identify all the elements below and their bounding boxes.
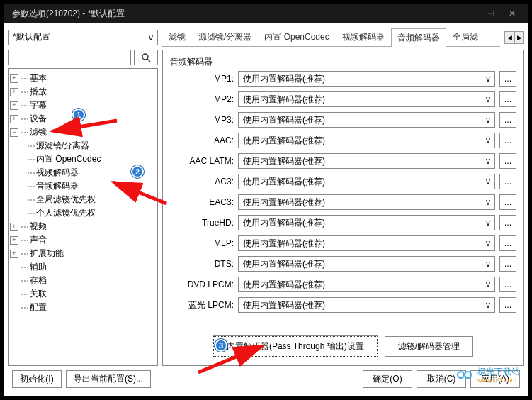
decoder-select[interactable]: 使用内置解码器(推荐)v bbox=[238, 71, 495, 87]
decoder-select[interactable]: 使用内置解码器(推荐)v bbox=[238, 235, 495, 251]
chevron-down-icon: v bbox=[486, 279, 490, 289]
tree-item[interactable]: +⋯声音 bbox=[10, 233, 156, 247]
decoder-row: 蓝光 LPCM:使用内置解码器(推荐)v... bbox=[170, 297, 516, 313]
decoder-more-button[interactable]: ... bbox=[499, 194, 516, 210]
tree-item[interactable]: ⋯辅助 bbox=[10, 260, 156, 274]
decoder-more-button[interactable]: ... bbox=[499, 133, 516, 148]
chevron-down-icon: v bbox=[486, 135, 490, 145]
tree-item[interactable]: ⋯关联 bbox=[10, 287, 156, 301]
config-select-value: *默认配置 bbox=[13, 31, 50, 43]
decoder-select-value: 使用内置解码器(推荐) bbox=[243, 217, 325, 229]
decoder-more-button[interactable]: ... bbox=[499, 174, 516, 189]
export-config-button[interactable]: 导出当前配置(S)... bbox=[66, 370, 151, 388]
pin-button[interactable]: ⊣ bbox=[480, 6, 502, 21]
plus-icon[interactable]: + bbox=[10, 88, 18, 96]
search-input[interactable] bbox=[8, 50, 131, 65]
decoder-label: MLP: bbox=[170, 238, 234, 248]
decoder-more-button[interactable]: ... bbox=[499, 112, 516, 128]
tree-dots-icon: ⋯ bbox=[21, 114, 28, 124]
chevron-down-icon: v bbox=[486, 177, 490, 187]
decoder-more-button[interactable]: ... bbox=[499, 256, 516, 272]
decoder-select-value: 使用内置解码器(推荐) bbox=[243, 176, 325, 188]
decoder-select[interactable]: 使用内置解码器(推荐)v bbox=[238, 153, 495, 169]
tab-3[interactable]: 视频解码器 bbox=[336, 28, 391, 46]
decoder-more-button[interactable]: ... bbox=[499, 297, 516, 313]
decoder-row: AAC LATM:使用内置解码器(推荐)v... bbox=[170, 153, 516, 169]
tree-item[interactable]: ⋯配置 bbox=[10, 301, 156, 314]
tree-item-label: 配置 bbox=[30, 301, 47, 313]
decoder-row: TrueHD:使用内置解码器(推荐)v... bbox=[170, 215, 516, 230]
tree-item-label: 字幕 bbox=[30, 99, 47, 111]
decoder-select[interactable]: 使用内置解码器(推荐)v bbox=[238, 174, 495, 189]
tab-4[interactable]: 音频解码器 bbox=[391, 28, 446, 47]
ok-button[interactable]: 确定(O) bbox=[363, 370, 412, 388]
plus-icon[interactable]: + bbox=[10, 223, 18, 231]
init-button[interactable]: 初始化(I) bbox=[12, 370, 62, 388]
decoder-label: DTS: bbox=[170, 259, 234, 269]
decoder-more-button[interactable]: ... bbox=[499, 277, 516, 292]
decoder-select-value: 使用内置解码器(推荐) bbox=[243, 279, 325, 291]
decoder-label: 蓝光 LPCM: bbox=[170, 299, 234, 311]
decoder-select-value: 使用内置解码器(推荐) bbox=[243, 135, 325, 147]
plus-icon[interactable]: + bbox=[10, 115, 18, 123]
tree-item-label: 内置 OpenCodec bbox=[36, 153, 101, 165]
annotation-arrow-1 bbox=[46, 117, 131, 145]
decoder-select[interactable]: 使用内置解码器(推荐)v bbox=[238, 277, 495, 292]
plus-icon[interactable]: + bbox=[10, 74, 18, 83]
tab-5[interactable]: 全局滤 bbox=[446, 28, 485, 46]
tab-2[interactable]: 内置 OpenCodec bbox=[258, 28, 335, 46]
decoder-row: MP3:使用内置解码器(推荐)v... bbox=[170, 112, 516, 128]
search-button[interactable] bbox=[134, 50, 158, 65]
tab-0[interactable]: 滤镜 bbox=[162, 28, 192, 46]
tab-1[interactable]: 源滤镜/分离器 bbox=[192, 28, 258, 46]
filter-manage-button[interactable]: 滤镜/解码器管理 bbox=[385, 336, 473, 357]
tree-dots-icon: ⋯ bbox=[21, 303, 28, 313]
tree-item[interactable]: +⋯字幕 bbox=[10, 99, 156, 112]
decoder-more-button[interactable]: ... bbox=[499, 91, 516, 107]
decoder-more-button[interactable]: ... bbox=[499, 235, 516, 251]
decoder-more-button[interactable]: ... bbox=[499, 215, 516, 230]
decoder-select[interactable]: 使用内置解码器(推荐)v bbox=[238, 256, 495, 272]
decoder-select[interactable]: 使用内置解码器(推荐)v bbox=[238, 112, 495, 128]
tree-item[interactable]: +⋯播放 bbox=[10, 85, 156, 99]
close-button[interactable]: ✕ bbox=[502, 6, 523, 21]
chevron-down-icon: v bbox=[486, 218, 490, 228]
decoder-row: AAC:使用内置解码器(推荐)v... bbox=[170, 133, 516, 148]
plus-icon[interactable]: + bbox=[10, 250, 18, 258]
chevron-down-icon: v bbox=[486, 156, 490, 166]
decoder-row: MP1:使用内置解码器(推荐)v... bbox=[170, 71, 516, 87]
decoder-label: AAC: bbox=[170, 135, 234, 145]
tree-item[interactable]: +⋯基本 bbox=[10, 72, 156, 85]
tree-dots-icon: ⋯ bbox=[21, 128, 28, 138]
tree-item[interactable]: +⋯扩展功能 bbox=[10, 247, 156, 260]
plus-icon[interactable]: + bbox=[10, 101, 18, 110]
tab-scroll-right[interactable]: ▶ bbox=[514, 31, 524, 44]
svg-line-7 bbox=[198, 346, 262, 372]
cancel-button[interactable]: 取消(C) bbox=[417, 370, 466, 388]
minus-icon[interactable]: − bbox=[10, 128, 18, 137]
tree-dots-icon: ⋯ bbox=[27, 141, 35, 151]
decoder-select[interactable]: 使用内置解码器(推荐)v bbox=[238, 297, 495, 313]
decoder-more-button[interactable]: ... bbox=[499, 153, 516, 169]
tab-scroll-left[interactable]: ◀ bbox=[504, 31, 514, 44]
tree-item[interactable]: ⋯个人滤镜优先权 bbox=[10, 206, 156, 220]
tree-dots-icon: ⋯ bbox=[21, 74, 28, 84]
decoder-select-value: 使用内置解码器(推荐) bbox=[243, 155, 325, 167]
decoder-select[interactable]: 使用内置解码器(推荐)v bbox=[238, 133, 495, 148]
decoder-select[interactable]: 使用内置解码器(推荐)v bbox=[238, 215, 495, 230]
decoder-select-value: 使用内置解码器(推荐) bbox=[243, 258, 325, 270]
apply-button[interactable]: 应用(A) bbox=[470, 370, 520, 388]
decoder-select[interactable]: 使用内置解码器(推荐)v bbox=[238, 194, 495, 210]
config-select[interactable]: *默认配置 v bbox=[8, 30, 158, 45]
decoder-more-button[interactable]: ... bbox=[499, 71, 516, 87]
decoder-select-value: 使用内置解码器(推荐) bbox=[243, 238, 325, 250]
plus-icon[interactable]: + bbox=[10, 236, 18, 245]
tree-item[interactable]: ⋯存档 bbox=[10, 274, 156, 287]
tree-item[interactable]: +⋯视频 bbox=[10, 220, 156, 233]
decoder-select[interactable]: 使用内置解码器(推荐)v bbox=[238, 91, 495, 107]
decoder-label: MP1: bbox=[170, 74, 234, 84]
decoder-label: MP2: bbox=[170, 94, 234, 104]
tree-item[interactable]: ⋯内置 OpenCodec bbox=[10, 152, 156, 166]
tree-item-label: 扩展功能 bbox=[30, 248, 64, 260]
chevron-down-icon: v bbox=[486, 300, 490, 310]
